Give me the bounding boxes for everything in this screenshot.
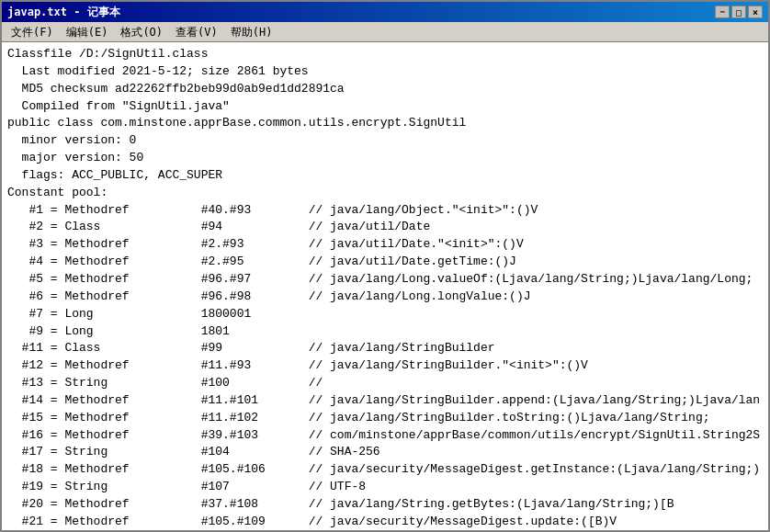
code-display: Classfile /D:/SignUtil.class Last modifi… xyxy=(7,46,763,530)
menu-format[interactable]: 格式(O) xyxy=(115,24,168,40)
code-line: #20 = Methodref #37.#108 // java/lang/St… xyxy=(7,496,763,514)
code-line: Compiled from "SignUtil.java" xyxy=(7,98,763,116)
title-bar-left: javap.txt - 记事本 xyxy=(7,5,120,20)
code-line: #12 = Methodref #11.#93 // java/lang/Str… xyxy=(7,357,763,375)
code-line: MD5 checksum ad22262ffb2beb99d0ab9ed1dd2… xyxy=(7,81,763,98)
title-bar-buttons: － □ × xyxy=(715,6,763,18)
code-line: #3 = Methodref #2.#93 // java/util/Date.… xyxy=(7,236,763,254)
menu-help[interactable]: 帮助(H) xyxy=(225,24,278,40)
code-line: #7 = Long 1800001 xyxy=(7,306,763,323)
code-line: #1 = Methodref #40.#93 // java/lang/Obje… xyxy=(7,202,763,220)
code-line: #21 = Methodref #105.#109 // java/securi… xyxy=(7,514,763,530)
menu-file[interactable]: 文件(F) xyxy=(6,24,59,40)
code-line: #17 = String #104 // SHA-256 xyxy=(7,444,763,461)
menu-view[interactable]: 查看(V) xyxy=(170,24,223,40)
code-line: #11 = Class #99 // java/lang/StringBuild… xyxy=(7,340,763,357)
menu-bar: 文件(F) 编辑(E) 格式(O) 查看(V) 帮助(H) xyxy=(2,22,768,42)
code-line: public class com.minstone.apprBase.commo… xyxy=(7,115,763,132)
code-line: Classfile /D:/SignUtil.class xyxy=(7,46,763,63)
window-title: javap.txt - 记事本 xyxy=(7,5,120,20)
code-line: #2 = Class #94 // java/util/Date xyxy=(7,219,763,236)
code-line: major version: 50 xyxy=(7,150,763,167)
maximize-button[interactable]: □ xyxy=(731,6,746,18)
minimize-button[interactable]: － xyxy=(715,6,730,18)
menu-edit[interactable]: 编辑(E) xyxy=(61,24,114,40)
code-line: minor version: 0 xyxy=(7,132,763,150)
code-line: #15 = Methodref #11.#102 // java/lang/St… xyxy=(7,410,763,427)
code-line: #5 = Methodref #96.#97 // java/lang/Long… xyxy=(7,271,763,289)
code-line: #6 = Methodref #96.#98 // java/lang/Long… xyxy=(7,289,763,306)
code-line: #4 = Methodref #2.#95 // java/util/Date.… xyxy=(7,254,763,271)
code-line: Last modified 2021-5-12; size 2861 bytes xyxy=(7,63,763,81)
content-area[interactable]: Classfile /D:/SignUtil.class Last modifi… xyxy=(2,42,768,530)
code-line: #13 = String #100 // xyxy=(7,375,763,392)
code-line: #19 = String #107 // UTF-8 xyxy=(7,479,763,496)
title-bar: javap.txt - 记事本 － □ × xyxy=(2,2,768,22)
code-line: #18 = Methodref #105.#106 // java/securi… xyxy=(7,461,763,479)
code-line: #9 = Long 1801 xyxy=(7,323,763,341)
close-button[interactable]: × xyxy=(748,6,763,18)
code-line: #14 = Methodref #11.#101 // java/lang/St… xyxy=(7,392,763,410)
code-line: #16 = Methodref #39.#103 // com/minstone… xyxy=(7,427,763,445)
code-line: flags: ACC_PUBLIC, ACC_SUPER xyxy=(7,167,763,185)
notepad-window: javap.txt - 记事本 － □ × 文件(F) 编辑(E) 格式(O) … xyxy=(0,0,770,532)
code-line: Constant pool: xyxy=(7,185,763,202)
